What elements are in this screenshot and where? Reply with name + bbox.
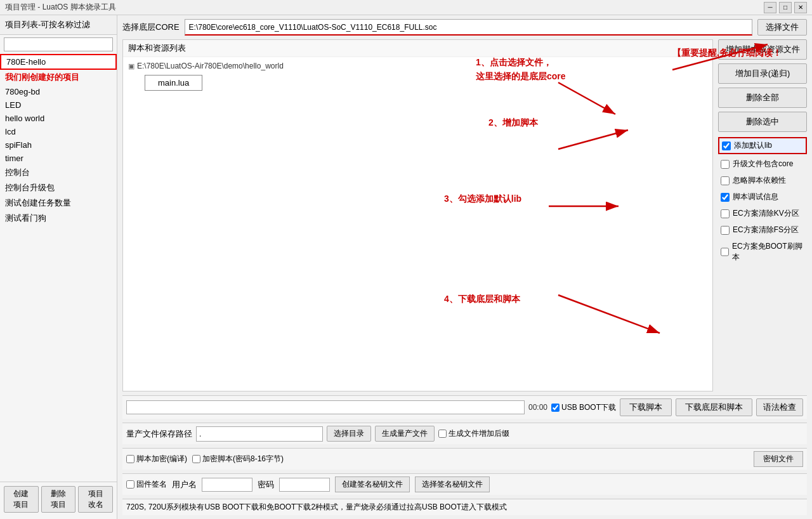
cert-checkbox[interactable]: 固件签名 [126, 479, 167, 490]
sidebar-item-10[interactable]: 测试看门狗 [0, 211, 117, 226]
checkbox-ignore-dep[interactable]: 忽略脚本依赖性 [718, 174, 807, 187]
sidebar-item-0[interactable]: 780E-hello [0, 54, 117, 70]
project-list: 780E-hello 我们刚创建好的项目 780eg-bd LED hello … [0, 54, 117, 482]
sidebar-item-8[interactable]: 控制台升级包 [0, 180, 117, 195]
sidebar-item-1[interactable]: 780eg-bd [0, 85, 117, 98]
time-label: 00:00 [528, 403, 547, 412]
core-selection-row: 选择底层CORE E:\780E\core\ec618_core_V1110\L… [122, 19, 807, 36]
add-script-button[interactable]: 增加脚本或资源文件 [718, 39, 807, 60]
tree-file-item[interactable]: main.lua [145, 75, 202, 91]
maximize-button[interactable]: □ [779, 2, 792, 13]
notice-text: 720S, 720U系列模块有USB BOOT下载和免BOOT下载2种模式，量产… [126, 503, 507, 511]
core-label: 选择底层CORE [122, 22, 180, 33]
checkbox-ignore-dep-label: 忽略脚本依赖性 [733, 175, 786, 186]
checkbox-clear-fs-label: EC方案清除FS分区 [733, 225, 799, 235]
password-encrypt-input[interactable] [192, 455, 200, 463]
folder-collapse-icon: ▣ [128, 62, 134, 70]
checkbox-debug-info-input[interactable] [721, 193, 730, 202]
checkbox-clear-kv-input[interactable] [721, 209, 730, 218]
syntax-check-button[interactable]: 语法检查 [756, 398, 803, 416]
key-file-button[interactable]: 密钥文件 [754, 451, 803, 467]
checkbox-include-core[interactable]: 升级文件包含core [718, 157, 807, 171]
sidebar-item-3[interactable]: hello world [0, 112, 117, 125]
script-tree: ▣ E:\780E\LuatOS-Air780E\demo\hello_worl… [123, 57, 712, 391]
sidebar: 项目列表-可按名称过滤 780E-hello 我们刚创建好的项目 780eg-b… [0, 15, 117, 519]
download-main-button[interactable]: 下载底层和脚本 [676, 398, 752, 416]
action-panel: 增加脚本或资源文件 增加目录(递归) 删除全部 删除选中 添加默认lib 升 [718, 39, 807, 391]
checkbox-add-lib-label: 添加默认lib [734, 140, 772, 151]
checkbox-clear-fs[interactable]: EC方案清除FS分区 [718, 223, 807, 237]
script-panel: 脚本和资源列表 ▣ E:\780E\LuatOS-Air780E\demo\he… [122, 39, 713, 391]
append-suffix-checkbox[interactable]: 生成文件增加后缀 [438, 428, 509, 439]
batch-row: 量产文件保存路径 选择目录 生成量产文件 生成文件增加后缀 [122, 423, 807, 444]
delete-selected-button[interactable]: 删除选中 [718, 112, 807, 132]
usb-boot-checkbox-input[interactable] [551, 404, 560, 412]
window-controls: ─ □ ✕ [764, 2, 807, 13]
select-sign-button[interactable]: 选择签名秘钥文件 [415, 476, 490, 492]
checkbox-clear-kv-label: EC方案清除KV分区 [733, 208, 799, 219]
script-section: 脚本和资源列表 ▣ E:\780E\LuatOS-Air780E\demo\he… [122, 39, 807, 391]
append-suffix-input[interactable] [438, 430, 447, 438]
checkbox-debug-info-label: 脚本调试信息 [733, 192, 778, 202]
script-encrypt-label: 脚本加密(编译) [136, 454, 187, 464]
title-bar: 项目管理 - LuatOS 脚本烧录工具 ─ □ ✕ [0, 0, 812, 15]
checkbox-include-core-input[interactable] [721, 160, 730, 169]
sidebar-title: 项目列表-可按名称过滤 [0, 15, 117, 35]
window-title: 项目管理 - LuatOS 脚本烧录工具 [5, 2, 116, 13]
script-encrypt-input[interactable] [126, 455, 134, 463]
gen-batch-button[interactable]: 生成量产文件 [375, 426, 435, 442]
sidebar-search-container [0, 35, 117, 54]
sidebar-item-5[interactable]: spiFlah [0, 138, 117, 152]
sidebar-item-7[interactable]: 控制台 [0, 165, 117, 180]
create-project-button[interactable]: 创建项目 [4, 486, 39, 513]
usb-boot-checkbox[interactable]: USB BOOT下载 [551, 402, 616, 413]
rename-project-button[interactable]: 项目改名 [78, 486, 113, 513]
sidebar-bottom-buttons: 创建项目 删除项目 项目改名 [0, 482, 117, 516]
checkbox-clear-fs-input[interactable] [721, 226, 730, 235]
sidebar-item-2[interactable]: LED [0, 98, 117, 112]
sidebar-item-6[interactable]: timer [0, 152, 117, 165]
add-dir-button[interactable]: 增加目录(递归) [718, 63, 807, 84]
checkbox-ignore-dep-input[interactable] [721, 176, 730, 185]
delete-project-button[interactable]: 删除项目 [41, 486, 76, 513]
password-label: 密码 [258, 479, 274, 490]
checkbox-clear-kv[interactable]: EC方案清除KV分区 [718, 207, 807, 220]
checkbox-include-core-label: 升级文件包含core [733, 159, 793, 169]
script-panel-title: 脚本和资源列表 [123, 40, 712, 57]
sidebar-item-9[interactable]: 测试创建任务数量 [0, 195, 117, 211]
checkbox-add-lib[interactable]: 添加默认lib [718, 137, 807, 154]
password-encrypt-checkbox[interactable]: 加密脚本(密码8-16字节) [192, 454, 284, 464]
close-button[interactable]: ✕ [794, 2, 807, 13]
username-label: 用户名 [172, 479, 197, 490]
download-script-button[interactable]: 下载脚本 [620, 398, 672, 416]
checkbox-no-boot[interactable]: EC方案免BOOT刷脚本 [718, 240, 807, 264]
batch-path-input[interactable] [196, 426, 323, 442]
right-panel: 选择底层CORE E:\780E\core\ec618_core_V1110\L… [117, 15, 812, 519]
username-input[interactable] [202, 478, 252, 492]
tree-folder: ▣ E:\780E\LuatOS-Air780E\demo\hello_worl… [126, 60, 710, 72]
password-encrypt-label: 加密脚本(密码8-16字节) [202, 454, 284, 464]
delete-all-button[interactable]: 删除全部 [718, 88, 807, 108]
sidebar-item-4[interactable]: lcd [0, 125, 117, 138]
append-suffix-label: 生成文件增加后缀 [449, 428, 509, 439]
select-dir-button[interactable]: 选择目录 [327, 426, 371, 442]
checkbox-add-lib-input[interactable] [722, 141, 731, 150]
main-content: 项目列表-可按名称过滤 780E-hello 我们刚创建好的项目 780eg-b… [0, 15, 812, 519]
search-input[interactable] [4, 37, 113, 51]
checkbox-debug-info[interactable]: 脚本调试信息 [718, 190, 807, 204]
create-sign-button[interactable]: 创建签名秘钥文件 [335, 476, 410, 492]
progress-bar [126, 400, 525, 414]
select-core-file-button[interactable]: 选择文件 [757, 19, 807, 36]
script-encrypt-checkbox[interactable]: 脚本加密(编译) [126, 454, 187, 464]
checkbox-no-boot-input[interactable] [721, 247, 729, 256]
encrypt-row: 脚本加密(编译) 加密脚本(密码8-16字节) 密钥文件 [122, 448, 807, 470]
batch-label: 量产文件保存路径 [126, 428, 192, 440]
checkboxes-panel: 添加默认lib 升级文件包含core 忽略脚本依赖性 脚本调试信息 [718, 137, 807, 264]
minimize-button[interactable]: ─ [764, 2, 776, 13]
password-input[interactable] [279, 478, 330, 492]
usb-boot-label: USB BOOT下载 [561, 402, 616, 413]
cert-label: 固件签名 [136, 479, 167, 490]
cert-checkbox-input[interactable] [126, 480, 134, 489]
sign-row: 固件签名 用户名 密码 创建签名秘钥文件 选择签名秘钥文件 [122, 473, 807, 495]
download-bar: 00:00 USB BOOT下载 下载脚本 下载底层和脚本 语法检查 [122, 395, 807, 419]
